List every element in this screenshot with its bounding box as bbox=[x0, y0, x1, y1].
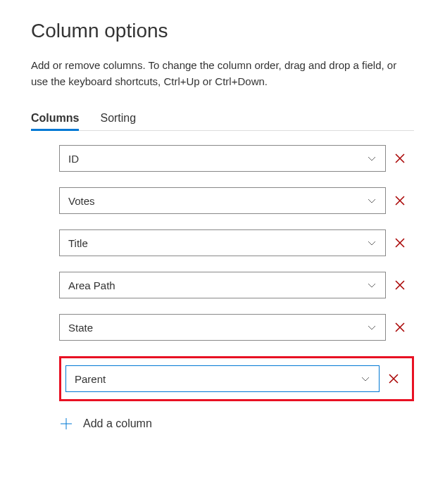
column-value: Parent bbox=[75, 373, 106, 385]
plus-icon bbox=[59, 417, 73, 431]
highlight-annotation: Parent bbox=[59, 356, 414, 401]
close-icon bbox=[394, 322, 406, 333]
column-row: State bbox=[59, 314, 414, 341]
close-icon bbox=[394, 195, 406, 206]
page-title: Column options bbox=[31, 20, 414, 42]
remove-column-button[interactable] bbox=[380, 373, 408, 384]
add-column-button[interactable]: Add a column bbox=[59, 417, 414, 431]
remove-column-button[interactable] bbox=[386, 279, 414, 291]
column-row: Area Path bbox=[59, 272, 414, 298]
tab-columns[interactable]: Columns bbox=[31, 112, 79, 131]
chevron-down-icon bbox=[367, 238, 377, 248]
column-value: Area Path bbox=[68, 279, 115, 291]
column-row: Title bbox=[59, 229, 414, 256]
column-row: Parent bbox=[65, 365, 408, 392]
close-icon bbox=[394, 237, 406, 248]
chevron-down-icon bbox=[367, 322, 377, 332]
column-select[interactable]: ID bbox=[59, 145, 386, 172]
column-list: ID Votes Title bbox=[31, 145, 414, 431]
remove-column-button[interactable] bbox=[386, 153, 414, 164]
page-description: Add or remove columns. To change the col… bbox=[31, 58, 414, 89]
close-icon bbox=[394, 153, 406, 164]
close-icon bbox=[394, 279, 406, 291]
column-value: State bbox=[68, 322, 93, 334]
chevron-down-icon bbox=[367, 153, 377, 163]
column-row: ID bbox=[59, 145, 414, 172]
tab-sorting[interactable]: Sorting bbox=[100, 112, 136, 130]
add-column-label: Add a column bbox=[83, 417, 152, 430]
column-value: ID bbox=[68, 153, 79, 165]
column-select[interactable]: Votes bbox=[59, 187, 386, 214]
chevron-down-icon bbox=[361, 374, 370, 384]
column-select[interactable]: Area Path bbox=[59, 272, 386, 298]
column-select[interactable]: Title bbox=[59, 229, 386, 256]
chevron-down-icon bbox=[367, 196, 377, 206]
column-select[interactable]: Parent bbox=[65, 365, 380, 392]
remove-column-button[interactable] bbox=[386, 195, 414, 206]
column-value: Votes bbox=[68, 195, 95, 207]
chevron-down-icon bbox=[367, 280, 377, 290]
column-row: Votes bbox=[59, 187, 414, 214]
column-value: Title bbox=[68, 237, 88, 249]
tabs-container: Columns Sorting bbox=[31, 112, 414, 131]
column-select[interactable]: State bbox=[59, 314, 386, 341]
remove-column-button[interactable] bbox=[386, 237, 414, 248]
close-icon bbox=[388, 373, 399, 384]
remove-column-button[interactable] bbox=[386, 322, 414, 333]
